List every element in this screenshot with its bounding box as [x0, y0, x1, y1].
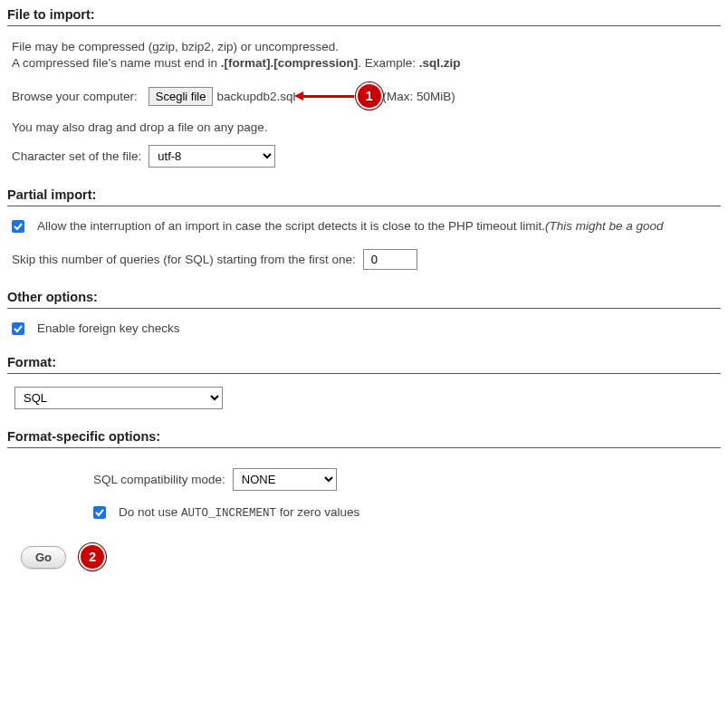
- max-size-label: (Max: 50MiB): [383, 90, 455, 103]
- compression-note-example: .sql.zip: [419, 56, 461, 70]
- annotation-badge-1: 1: [356, 82, 383, 110]
- autoinc-label-c: for zero values: [276, 505, 359, 519]
- allow-interrupt-row: Allow the interruption of an import in c…: [7, 219, 721, 233]
- charset-select[interactable]: utf-8: [148, 145, 275, 168]
- choose-file-button[interactable]: Scegli file: [148, 87, 214, 106]
- allow-interrupt-checkbox[interactable]: [12, 220, 24, 233]
- go-button[interactable]: Go: [21, 546, 66, 569]
- fk-checkbox[interactable]: [12, 322, 24, 335]
- format-row: SQL: [7, 387, 721, 409]
- annotation-arrow-1: [300, 95, 354, 98]
- heading-partial-import: Partial import:: [7, 187, 721, 206]
- autoinc-checkbox[interactable]: [93, 506, 106, 519]
- compression-note-format: .[format].[compression]: [221, 56, 359, 70]
- charset-row: Character set of the file: utf-8: [7, 145, 721, 168]
- autoinc-label-a: Do not use: [119, 505, 181, 519]
- go-row: Go 2: [7, 543, 721, 570]
- heading-file-to-import: File to import:: [7, 7, 721, 26]
- compat-select[interactable]: NONE: [233, 468, 337, 491]
- charset-label: Character set of the file:: [12, 149, 141, 163]
- format-select[interactable]: SQL: [14, 387, 223, 409]
- autoinc-label-b: AUTO_INCREMENT: [181, 507, 276, 520]
- compat-row: SQL compatibility mode: NONE: [7, 468, 721, 491]
- compression-note-line2c: . Example:: [358, 56, 419, 70]
- autoinc-row: Do not use AUTO_INCREMENT for zero value…: [7, 505, 721, 520]
- fk-row: Enable foreign key checks: [7, 321, 721, 335]
- skip-queries-input[interactable]: [363, 249, 417, 270]
- skip-queries-label: Skip this number of queries (for SQL) st…: [12, 253, 356, 266]
- compression-note-line2a: A compressed file's name must end in: [12, 56, 221, 70]
- allow-interrupt-label-a: Allow the interruption of an import in c…: [37, 219, 545, 233]
- compat-label: SQL compatibility mode:: [93, 473, 225, 486]
- autoinc-label: Do not use AUTO_INCREMENT for zero value…: [119, 505, 359, 520]
- allow-interrupt-label-b: (This might be a good: [545, 219, 664, 233]
- fk-label: Enable foreign key checks: [37, 321, 180, 335]
- annotation-badge-2: 2: [79, 543, 106, 570]
- browse-label: Browse your computer:: [12, 90, 138, 103]
- heading-format-specific: Format-specific options:: [7, 429, 721, 448]
- compression-note-line1: File may be compressed (gzip, bzip2, zip…: [12, 40, 339, 53]
- heading-other-options: Other options:: [7, 290, 721, 309]
- heading-format: Format:: [7, 355, 721, 374]
- dragdrop-note: You may also drag and drop a file on any…: [7, 120, 721, 134]
- browse-row: Browse your computer: Scegli file backup…: [7, 82, 721, 110]
- chosen-filename: backupdb2.sql: [216, 90, 295, 103]
- skip-queries-row: Skip this number of queries (for SQL) st…: [7, 249, 721, 270]
- compression-note: File may be compressed (gzip, bzip2, zip…: [7, 39, 721, 72]
